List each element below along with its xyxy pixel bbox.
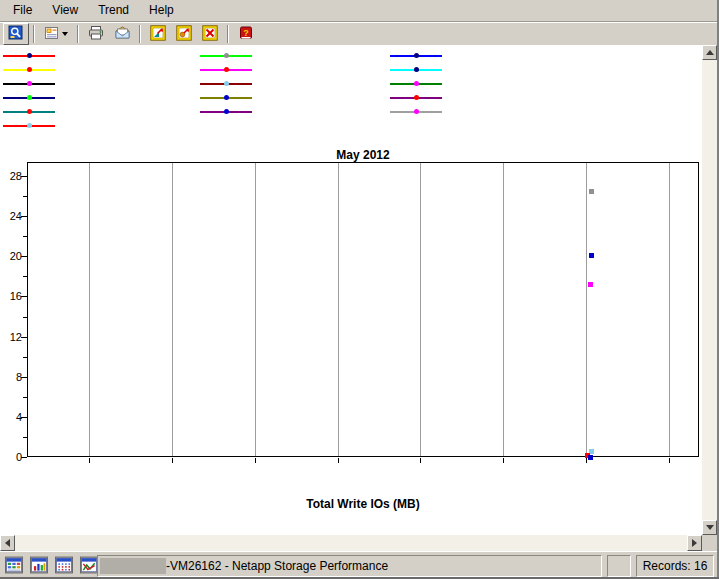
menu-bar: File View Trend Help <box>0 0 719 21</box>
bar-chart-view-button[interactable] <box>27 554 51 578</box>
legend-marker <box>27 53 32 58</box>
toolbar: ? <box>0 21 719 45</box>
legend-marker <box>224 67 229 72</box>
y-axis-tick <box>23 317 27 318</box>
legend-marker <box>27 95 32 100</box>
legend-marker <box>224 109 229 114</box>
scroll-left-button[interactable] <box>0 535 15 551</box>
scroll-up-button[interactable] <box>702 45 717 60</box>
arrow-left-icon <box>5 539 10 547</box>
x-axis-label <box>556 463 616 477</box>
data-point <box>589 253 594 258</box>
y-axis-label: 8 <box>0 371 22 383</box>
legend-marker <box>414 53 419 58</box>
data-table-view-button[interactable] <box>2 554 26 578</box>
email-button[interactable] <box>109 23 135 45</box>
data-point <box>588 282 593 287</box>
chart-edit-button[interactable] <box>171 23 197 45</box>
data-point <box>588 455 593 460</box>
status-bar: -VM26162 - Netapp Storage Performance Re… <box>0 551 719 579</box>
legend-marker <box>27 123 32 128</box>
y-axis-label: 24 <box>0 210 22 222</box>
x-axis-label <box>59 463 119 477</box>
legend-marker <box>224 95 229 100</box>
chart-axis-title: Total Write IOs (MB) <box>27 497 699 511</box>
scroll-down-button[interactable] <box>702 520 717 535</box>
display-options-button[interactable] <box>39 23 73 45</box>
y-axis-tick <box>23 236 27 237</box>
x-axis-label <box>473 463 533 477</box>
arrow-up-icon <box>706 50 714 55</box>
y-axis-label: 16 <box>0 290 22 302</box>
vertical-scrollbar[interactable] <box>702 45 717 535</box>
print-icon <box>88 25 104 43</box>
status-spare-panel <box>607 555 631 577</box>
arrow-down-icon <box>706 525 714 530</box>
pivot-table-view-button[interactable] <box>52 554 76 578</box>
scrollbar-corner <box>702 535 717 551</box>
y-axis-tick <box>23 437 27 438</box>
view-report-icon <box>8 25 24 43</box>
data-table-icon <box>5 556 23 576</box>
menu-file[interactable]: File <box>3 0 42 21</box>
y-axis-label: 20 <box>0 250 22 262</box>
email-icon <box>114 25 131 43</box>
x-axis-label <box>225 463 285 477</box>
legend-marker <box>27 67 32 72</box>
status-message: -VM26162 - Netapp Storage Performance <box>166 559 388 573</box>
help-button[interactable]: ? <box>233 23 259 45</box>
legend-marker <box>224 53 229 58</box>
toolbar-separator <box>33 25 35 43</box>
help-book-icon: ? <box>238 25 254 43</box>
y-axis-tick <box>23 357 27 358</box>
y-axis-tick <box>23 196 27 197</box>
display-options-icon <box>44 25 60 43</box>
pivot-table-icon <box>55 556 73 576</box>
y-axis-label: 12 <box>0 331 22 343</box>
x-axis-label <box>639 463 699 477</box>
chart-delete-icon <box>202 25 218 43</box>
chart-zoom-icon <box>150 25 166 43</box>
chart-edit-icon <box>176 25 192 43</box>
menu-help[interactable]: Help <box>139 0 184 21</box>
y-axis-tick <box>23 276 27 277</box>
redacted-hostname <box>100 558 166 574</box>
legend-marker <box>414 81 419 86</box>
status-message-panel: -VM26162 - Netapp Storage Performance <box>97 555 602 577</box>
legend-marker <box>414 95 419 100</box>
legend-marker <box>27 109 32 114</box>
toolbar-separator <box>139 25 141 43</box>
svg-text:?: ? <box>243 28 249 38</box>
y-axis-label: 4 <box>0 411 22 423</box>
plot-area <box>27 162 699 457</box>
legend-marker <box>414 67 419 72</box>
menu-view[interactable]: View <box>42 0 88 21</box>
x-axis-label <box>390 463 450 477</box>
toolbar-separator <box>77 25 79 43</box>
toolbar-separator <box>227 25 229 43</box>
y-axis-label: 0 <box>0 451 22 463</box>
y-axis-tick <box>23 397 27 398</box>
x-axis-label <box>308 463 368 477</box>
legend-marker <box>414 109 419 114</box>
records-count: Records: 16 <box>643 559 708 573</box>
bar-chart-icon <box>30 556 48 576</box>
records-panel: Records: 16 <box>636 555 714 577</box>
chart-delete-button[interactable] <box>197 23 223 45</box>
chevron-down-icon <box>62 32 68 36</box>
arrow-right-icon <box>692 539 697 547</box>
scroll-right-button[interactable] <box>687 535 702 551</box>
print-button[interactable] <box>83 23 109 45</box>
chart-title: May 2012 <box>27 148 699 162</box>
legend-marker <box>27 81 32 86</box>
x-axis-label <box>142 463 202 477</box>
chart-panel: May 2012 Total Write IOs (MB) 0481216202… <box>0 45 702 535</box>
line-chart-icon <box>80 556 98 576</box>
menu-trend[interactable]: Trend <box>88 0 139 21</box>
y-axis-label: 28 <box>0 170 22 182</box>
legend-marker <box>224 81 229 86</box>
horizontal-scrollbar[interactable] <box>0 535 702 551</box>
chart-zoom-button[interactable] <box>145 23 171 45</box>
view-report-button[interactable] <box>3 23 29 45</box>
data-point <box>589 189 594 194</box>
